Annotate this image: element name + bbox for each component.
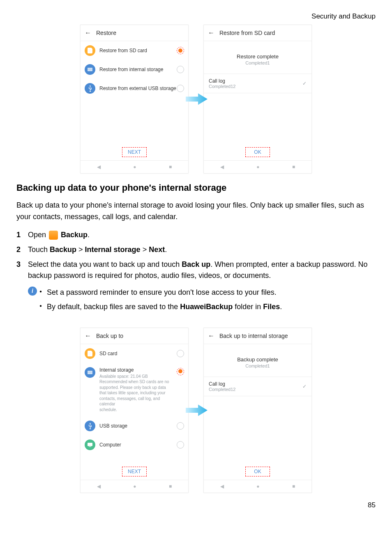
nav-back-icon[interactable]: ◀: [220, 164, 224, 170]
back-icon[interactable]: ←: [85, 29, 91, 37]
radio[interactable]: [177, 441, 184, 449]
nav-home-icon[interactable]: ●: [256, 483, 259, 489]
option-usb[interactable]: USB storage: [81, 416, 188, 435]
nav-home-icon[interactable]: ●: [133, 164, 136, 170]
step-2: 2 Touch Backup > Internal storage > Next…: [16, 244, 376, 256]
svg-rect-6: [88, 373, 92, 374]
option-internal[interactable]: Internal storage Available space: 21.04 …: [81, 363, 188, 417]
option-label: USB storage: [99, 423, 177, 429]
info-text: .: [280, 303, 282, 311]
info-icon: i: [28, 287, 37, 296]
arrow-icon: [184, 91, 208, 107]
phone-restore: ← Restore Restore from SD card Restore f…: [80, 25, 189, 173]
screenshots-top: ← Restore Restore from SD card Restore f…: [16, 25, 376, 173]
svg-marker-9: [186, 405, 208, 416]
status-sub: Completed1: [208, 60, 307, 65]
ok-button[interactable]: OK: [245, 467, 270, 476]
back-icon[interactable]: ←: [208, 29, 214, 37]
back-icon[interactable]: ←: [208, 332, 214, 340]
info-block: i Set a password reminder to ensure you …: [28, 287, 376, 315]
status-title: Backup complete: [208, 356, 307, 363]
radio[interactable]: [177, 422, 184, 430]
back-icon[interactable]: ←: [85, 332, 91, 340]
phone-header: ← Restore: [81, 25, 188, 41]
phone-header: ← Back up to: [81, 328, 188, 344]
phone-restore-complete: ← Restore from SD card Restore complete …: [203, 25, 312, 173]
log-title: Call log: [209, 78, 302, 84]
nav-home-icon[interactable]: ●: [133, 483, 136, 489]
check-icon: ✓: [302, 81, 307, 86]
page-header: Security and Backup: [16, 12, 376, 21]
option-sub: Available space: 21.04 GB Recommended wh…: [99, 374, 177, 413]
next-button[interactable]: NEXT: [122, 467, 147, 476]
backup-app-icon: [49, 231, 58, 240]
phone-backup-complete: ← Back up to internal storage Backup com…: [203, 328, 312, 493]
radio-selected[interactable]: [177, 47, 184, 54]
option-restore-internal[interactable]: Restore from internal storage: [81, 60, 188, 79]
nav-back-icon[interactable]: ◀: [220, 483, 224, 489]
svg-marker-3: [186, 93, 208, 105]
svg-rect-7: [88, 443, 92, 446]
svg-rect-5: [88, 372, 92, 373]
screenshots-bottom: ← Back up to SD card Internal storage Av…: [16, 328, 376, 493]
ok-button[interactable]: OK: [245, 147, 270, 157]
usb-icon: [85, 83, 95, 94]
phone-header: ← Back up to internal storage: [204, 328, 311, 344]
info-bold: Files: [263, 303, 280, 311]
info-bullet-2: By default, backup files are saved to th…: [39, 301, 282, 313]
radio-selected[interactable]: [177, 368, 184, 375]
phone-title: Restore from SD card: [219, 30, 275, 36]
svg-rect-2: [88, 70, 92, 71]
computer-icon: [85, 439, 95, 450]
step-3: 3 Select the data you want to back up an…: [16, 259, 376, 282]
step-bold: Backup: [61, 231, 88, 239]
option-computer[interactable]: Computer: [81, 435, 188, 454]
phone-title: Back up to internal storage: [219, 333, 288, 339]
section-title: Backing up data to your phone's internal…: [16, 183, 376, 193]
steps-list: 1 Open Backup. 2 Touch Backup > Internal…: [16, 229, 376, 282]
nav-recent-icon[interactable]: ■: [169, 483, 172, 489]
phone-title: Back up to: [96, 333, 123, 339]
step-text: Open: [28, 231, 48, 239]
check-icon: ✓: [302, 384, 307, 389]
option-sd[interactable]: SD card: [81, 344, 188, 363]
log-sub: Completed12: [209, 84, 302, 89]
sd-icon: [85, 348, 95, 359]
nav-recent-icon[interactable]: ■: [292, 483, 295, 489]
phone-nav: ◀ ● ■: [81, 160, 188, 173]
option-label: Internal storage: [99, 367, 177, 373]
option-label: Computer: [99, 442, 177, 448]
step-text: >: [141, 245, 149, 254]
nav-recent-icon[interactable]: ■: [292, 164, 295, 170]
info-text: By default, backup files are saved to th…: [47, 303, 180, 311]
phone-header: ← Restore from SD card: [204, 25, 311, 41]
info-text: folder in: [233, 303, 263, 311]
step-bold: Back up: [182, 260, 210, 268]
option-restore-sd[interactable]: Restore from SD card: [81, 41, 188, 60]
radio[interactable]: [177, 85, 184, 92]
nav-recent-icon[interactable]: ■: [169, 164, 172, 170]
step-text: Touch: [28, 245, 50, 254]
info-bullet-1: Set a password reminder to ensure you do…: [39, 287, 282, 298]
radio[interactable]: [177, 66, 184, 73]
svg-rect-0: [88, 68, 92, 69]
page-number: 85: [16, 501, 376, 509]
usb-icon: [85, 421, 95, 431]
svg-rect-1: [88, 69, 92, 70]
step-bold: Next: [149, 245, 165, 254]
step-text: .: [165, 245, 167, 254]
option-label: Restore from external USB storage: [99, 86, 177, 91]
step-bold: Backup: [50, 245, 76, 254]
nav-home-icon[interactable]: ●: [256, 164, 259, 170]
radio[interactable]: [177, 350, 184, 357]
option-restore-usb[interactable]: Restore from external USB storage: [81, 79, 188, 98]
sd-icon: [85, 45, 95, 56]
svg-rect-4: [88, 371, 92, 372]
next-button[interactable]: NEXT: [122, 147, 147, 157]
log-title: Call log: [209, 381, 302, 387]
phone-nav: ◀ ● ■: [81, 480, 188, 493]
phone-nav: ◀ ● ■: [204, 160, 311, 173]
internal-icon: [85, 64, 95, 75]
nav-back-icon[interactable]: ◀: [97, 483, 101, 489]
nav-back-icon[interactable]: ◀: [97, 164, 101, 170]
